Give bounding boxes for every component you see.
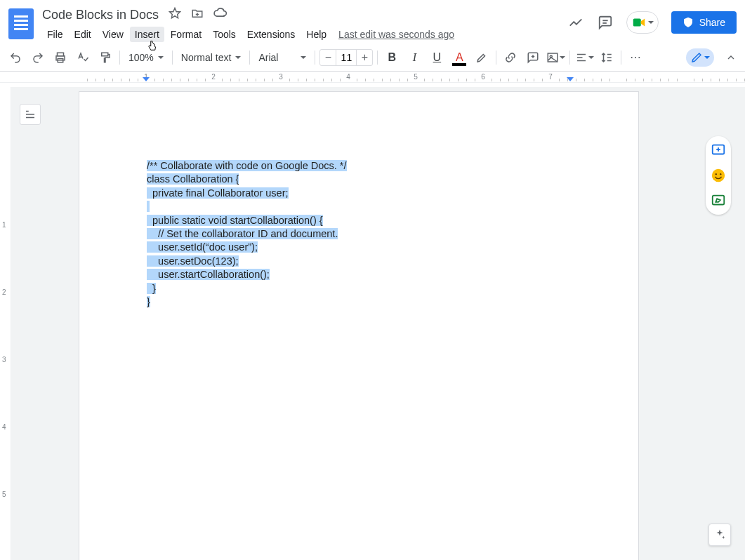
emoji-reaction-icon[interactable] [710, 167, 727, 184]
comments-icon[interactable] [597, 14, 614, 31]
workspace: 12345 /** Collaborate with code on Googl… [0, 87, 745, 560]
menu-extensions[interactable]: Extensions [242, 27, 300, 42]
code-line[interactable]: } [147, 282, 571, 295]
text-color-button[interactable]: A [449, 48, 469, 67]
menu-format[interactable]: Format [166, 27, 206, 42]
code-line[interactable]: private final Collaborator user; [147, 187, 571, 200]
menu-bar: FileEditViewInsertFormatToolsExtensionsH… [42, 25, 567, 44]
add-comment-icon[interactable] [710, 142, 727, 159]
font-select[interactable]: Arial [254, 52, 310, 63]
code-line[interactable]: class Collaboration { [147, 173, 571, 186]
insert-comment-button[interactable] [523, 48, 543, 67]
vertical-ruler[interactable]: 12345 [0, 87, 11, 560]
line-spacing-button[interactable] [597, 48, 617, 67]
code-line[interactable]: // Set the collaborator ID and document. [147, 227, 571, 241]
undo-button[interactable] [6, 48, 25, 67]
insert-image-button[interactable] [546, 48, 565, 67]
last-edit-link[interactable]: Last edit was seconds ago [338, 29, 454, 40]
ruler-label: 7 [548, 73, 553, 81]
ruler-label: 6 [481, 73, 485, 81]
font-size-group: − 11 + [319, 49, 373, 66]
vruler-label: 5 [2, 491, 6, 498]
code-line[interactable]: user.startCollaboration(); [147, 268, 571, 281]
ruler-label: 4 [346, 73, 350, 81]
svg-rect-3 [633, 19, 640, 27]
menu-tools[interactable]: Tools [208, 27, 241, 42]
print-button[interactable] [51, 48, 70, 67]
docs-app-icon[interactable] [8, 8, 34, 39]
pointer-cursor-icon [146, 39, 159, 56]
ruler-label: 2 [211, 73, 216, 81]
meet-button[interactable] [626, 11, 659, 34]
svg-rect-8 [102, 53, 108, 56]
increase-font-button[interactable]: + [357, 51, 372, 64]
document-outline-button[interactable] [20, 104, 41, 125]
share-label: Share [699, 17, 725, 28]
share-button[interactable]: Share [671, 11, 737, 34]
svg-rect-28 [713, 196, 725, 205]
paragraph-style-select[interactable]: Normal text [177, 52, 246, 63]
redo-button[interactable] [28, 48, 48, 67]
explore-button[interactable] [708, 524, 731, 546]
format-paint-button[interactable] [95, 48, 115, 67]
code-line[interactable]: user.setId(“doc user”); [147, 241, 571, 254]
ruler-label: 5 [414, 73, 418, 81]
suggest-edits-icon[interactable] [710, 192, 727, 209]
underline-button[interactable]: U [427, 48, 447, 67]
vruler-label: 2 [2, 288, 6, 296]
vruler-label: 1 [2, 221, 6, 229]
code-line[interactable]: /** Collaborate with code on Google Docs… [147, 159, 571, 173]
italic-button[interactable]: I [404, 48, 424, 67]
bold-button[interactable]: B [382, 48, 402, 67]
ruler-label: 3 [279, 73, 283, 81]
left-indent-marker[interactable] [143, 77, 150, 81]
svg-point-27 [720, 173, 721, 175]
document-content[interactable]: /** Collaborate with code on Google Docs… [147, 159, 571, 309]
document-page[interactable]: /** Collaborate with code on Google Docs… [79, 91, 639, 560]
insert-link-button[interactable] [501, 48, 520, 67]
align-button[interactable] [574, 48, 594, 67]
version-history-icon[interactable] [567, 14, 584, 31]
menu-edit[interactable]: Edit [70, 27, 96, 42]
svg-marker-0 [170, 8, 180, 18]
menu-file[interactable]: File [42, 27, 68, 42]
horizontal-ruler[interactable]: 1234567 [0, 72, 745, 83]
code-line[interactable]: user.setDoc(123); [147, 255, 571, 268]
more-tools-button[interactable]: ⋯ [626, 48, 645, 67]
header: Code Blocks in Docs FileEditViewInsertFo… [0, 0, 745, 44]
svg-marker-4 [640, 19, 645, 27]
star-icon[interactable] [169, 7, 181, 22]
code-line[interactable] [147, 200, 571, 213]
toolbar: 100% Normal text Arial − 11 + B I U A ⋯ [0, 44, 745, 72]
cloud-status-icon[interactable] [213, 6, 228, 23]
vruler-label: 4 [2, 423, 6, 431]
decrease-font-button[interactable]: − [320, 51, 336, 64]
code-line[interactable]: } [147, 295, 571, 309]
svg-point-26 [716, 173, 717, 175]
code-line[interactable]: public static void startCollaboration() … [147, 214, 571, 227]
highlight-button[interactable] [472, 48, 492, 67]
side-action-rail [706, 136, 731, 215]
svg-point-25 [712, 169, 725, 182]
move-icon[interactable] [191, 7, 204, 22]
document-title[interactable]: Code Blocks in Docs [42, 8, 159, 22]
editing-mode-button[interactable] [686, 48, 714, 67]
menu-view[interactable]: View [98, 27, 128, 42]
right-indent-marker[interactable] [567, 77, 574, 81]
font-size-input[interactable]: 11 [336, 50, 357, 65]
collapse-toolbar-button[interactable] [723, 49, 739, 66]
menu-help[interactable]: Help [301, 27, 331, 42]
vruler-label: 3 [2, 356, 6, 364]
spellcheck-button[interactable] [73, 48, 93, 67]
